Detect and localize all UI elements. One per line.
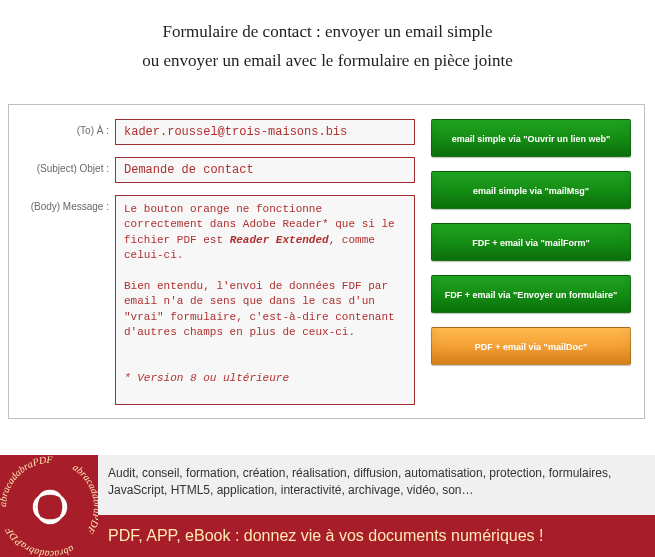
fdf-envoyer-formulaire-button[interactable]: FDF + email via "Envoyer un formulaire"	[431, 275, 631, 313]
svg-text:abracadabraPDF: abracadabraPDF	[0, 455, 54, 507]
body-label: (Body) Message :	[19, 195, 115, 212]
infinity-icon	[34, 491, 66, 523]
fdf-mailform-button[interactable]: FDF + email via "mailForm"	[431, 223, 631, 261]
contact-form: (To) À : (Subject) Objet : (Body) Messag…	[8, 104, 645, 419]
footer-logo: abracadabraPDF abracadabraPDF abracadabr…	[0, 455, 98, 557]
footer: abracadabraPDF abracadabraPDF abracadabr…	[0, 455, 655, 557]
to-field[interactable]	[115, 119, 415, 145]
email-simple-weblink-button[interactable]: email simple via "Ouvrir un lien web"	[431, 119, 631, 157]
svg-text:abracadabraPDF: abracadabraPDF	[71, 461, 98, 536]
action-buttons: email simple via "Ouvrir un lien web" em…	[431, 119, 631, 379]
to-label: (To) À :	[19, 119, 115, 136]
pdf-maildoc-button[interactable]: PDF + email via "mailDoc"	[431, 327, 631, 365]
subject-label: (Subject) Objet :	[19, 157, 115, 174]
footer-description: Audit, conseil, formation, création, réa…	[98, 455, 655, 515]
page-title-line2: ou envoyer un email avec le formulaire e…	[20, 47, 635, 76]
footer-tagline: PDF, APP, eBook : donnez vie à vos docum…	[98, 515, 655, 545]
svg-text:abracadabraPDF: abracadabraPDF	[2, 525, 76, 557]
page-title-line1: Formulaire de contact : envoyer un email…	[20, 18, 635, 47]
email-simple-mailmsg-button[interactable]: email simple via "mailMsg"	[431, 171, 631, 209]
body-field[interactable]: Le bouton orange ne fonctionne correctem…	[115, 195, 415, 405]
subject-field[interactable]	[115, 157, 415, 183]
